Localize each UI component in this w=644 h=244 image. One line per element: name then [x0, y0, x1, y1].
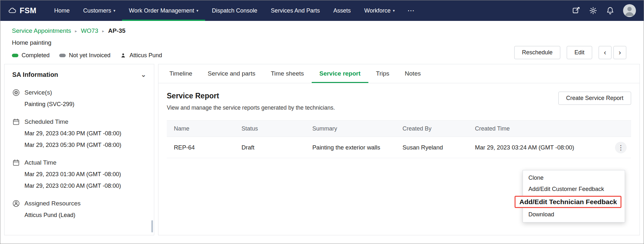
- column-header-name: Name: [167, 125, 242, 132]
- next-record-button[interactable]: ›: [613, 46, 626, 59]
- row-actions-kebab-icon[interactable]: ⋮: [615, 142, 627, 153]
- cell-status: Draft: [242, 144, 312, 151]
- previous-record-button[interactable]: ‹: [599, 46, 611, 59]
- nav-item-dispatch-console[interactable]: Dispatch Console: [205, 0, 264, 21]
- header-actions: Reschedule Edit ‹ ›: [514, 46, 626, 59]
- reschedule-button[interactable]: Reschedule: [514, 46, 560, 59]
- sa-group-assigned-resources: Assigned Resources Atticus Pund (Lead): [12, 200, 146, 219]
- fsm-brand[interactable]: FSM: [8, 0, 36, 21]
- tab-timeline[interactable]: Timeline: [162, 64, 200, 83]
- invoice-status: Not yet Invoiced: [59, 52, 110, 59]
- sa-label-scheduled-time: Scheduled Time: [24, 118, 68, 125]
- column-header-created-time: Created Time: [475, 125, 611, 132]
- sa-value-actual-start: Mar 29, 2023 01:30 AM (GMT -08:00): [24, 171, 146, 178]
- sa-value-scheduled-end: Mar 29, 2023 05:30 PM (GMT -08:00): [24, 141, 146, 149]
- breadcrumb-current-ap35: AP-35: [108, 27, 126, 34]
- table-row[interactable]: REP-64 Draft Painting the exterior walls…: [167, 137, 631, 158]
- sa-label-assigned-resources: Assigned Resources: [24, 200, 80, 207]
- cell-name: REP-64: [167, 144, 242, 151]
- assigned-owner: Atticus Pund: [120, 52, 162, 59]
- service-report-title: Service Report: [167, 92, 335, 100]
- tab-time-sheets[interactable]: Time sheets: [263, 64, 312, 83]
- nav-item-home[interactable]: Home: [47, 0, 76, 21]
- status-dot-not-invoiced: [59, 54, 66, 57]
- sa-label-services: Service(s): [24, 89, 52, 96]
- service-gear-icon: [12, 89, 20, 96]
- calendar-icon: [12, 118, 20, 126]
- sa-group-services: Service(s) Painting (SVC-299): [12, 89, 146, 108]
- nav-item-assets[interactable]: Assets: [327, 0, 357, 21]
- appointment-subject: Home painting: [12, 39, 635, 46]
- nav-item-services-and-parts[interactable]: Services And Parts: [264, 0, 327, 21]
- feedback-compose-icon[interactable]: [572, 6, 580, 15]
- settings-gear-icon[interactable]: [589, 6, 597, 15]
- notifications-bell-icon[interactable]: [606, 6, 614, 15]
- more-icon: ⋯: [407, 6, 414, 15]
- chevron-down-icon: ▾: [196, 8, 198, 13]
- nav-more-button[interactable]: ⋯: [402, 0, 420, 21]
- record-header: Service Appointments ▸ WO73 ▸ AP-35 Home…: [0, 21, 644, 64]
- menu-item-add-edit-technician-feedback[interactable]: Add/Edit Technician Feedback: [515, 196, 621, 208]
- primary-nav: Home Customers ▾ Work Order Management ▾…: [47, 0, 420, 21]
- breadcrumb: Service Appointments ▸ WO73 ▸ AP-35: [12, 27, 635, 34]
- nav-item-workforce[interactable]: Workforce ▾: [357, 0, 402, 21]
- appointment-status: Completed: [12, 52, 50, 59]
- breadcrumb-separator-icon: ▸: [102, 29, 104, 33]
- menu-item-clone[interactable]: Clone: [523, 172, 625, 184]
- owner-name: Atticus Pund: [129, 52, 162, 59]
- cell-summary: Painting the exterior walls: [312, 144, 402, 151]
- fsm-cloud-logo-icon: [8, 6, 16, 15]
- menu-item-download[interactable]: Download: [523, 209, 625, 220]
- menu-item-add-edit-customer-feedback[interactable]: Add/Edit Customer Feedback: [523, 184, 625, 195]
- cell-created-time: Mar 29, 2023 03:24 AM (GMT -08:00): [475, 144, 611, 151]
- tab-service-and-parts[interactable]: Service and parts: [200, 64, 263, 83]
- scrollbar-thumb[interactable]: [151, 220, 153, 232]
- top-navigation-bar: FSM Home Customers ▾ Work Order Manageme…: [0, 0, 644, 21]
- row-actions-context-menu: Clone Add/Edit Customer Feedback Add/Edi…: [523, 170, 625, 222]
- breadcrumb-service-appointments[interactable]: Service Appointments: [12, 27, 71, 34]
- tab-notes[interactable]: Notes: [397, 64, 429, 83]
- sa-information-panel: SA Information ⌄ Service(s) Painting (SV…: [4, 64, 154, 235]
- calendar-icon: [12, 159, 20, 167]
- tab-service-report[interactable]: Service report: [312, 64, 368, 83]
- sa-information-header: SA Information ⌄: [12, 71, 146, 78]
- person-circle-icon: [12, 200, 20, 207]
- service-report-description: View and manage the service reports gene…: [167, 104, 335, 111]
- app-window: FSM Home Customers ▾ Work Order Manageme…: [0, 0, 644, 244]
- service-report-table: Name Status Summary Created By Created T…: [167, 120, 631, 158]
- column-header-summary: Summary: [312, 125, 402, 132]
- brand-label: FSM: [20, 6, 36, 15]
- person-icon: [120, 52, 126, 59]
- nav-utility-icons: [572, 0, 636, 21]
- chevron-down-icon: ▾: [113, 8, 115, 13]
- sa-value-assigned-resource: Atticus Pund (Lead): [24, 212, 146, 219]
- cell-created-by: Susan Ryeland: [402, 144, 475, 151]
- sa-value-actual-end: Mar 29, 2023 02:00 AM (GMT -08:00): [24, 182, 146, 189]
- tab-trips[interactable]: Trips: [368, 64, 397, 83]
- detail-tabs: Timeline Service and parts Time sheets S…: [158, 64, 639, 83]
- nav-item-customers[interactable]: Customers ▾: [76, 0, 122, 21]
- create-service-report-button[interactable]: Create Service Report: [558, 92, 631, 105]
- breadcrumb-wo73[interactable]: WO73: [81, 27, 98, 34]
- sa-information-title: SA Information: [12, 71, 58, 78]
- edit-button[interactable]: Edit: [567, 46, 592, 59]
- user-avatar[interactable]: [623, 4, 636, 17]
- table-header-row: Name Status Summary Created By Created T…: [167, 120, 631, 137]
- column-header-created-by: Created By: [402, 125, 475, 132]
- sa-label-actual-time: Actual Time: [24, 159, 56, 166]
- sa-group-actual-time: Actual Time Mar 29, 2023 01:30 AM (GMT -…: [12, 159, 146, 189]
- status-dot-completed: [12, 54, 18, 57]
- invoice-status-label: Not yet Invoiced: [69, 52, 110, 59]
- breadcrumb-separator-icon: ▸: [75, 29, 77, 33]
- status-label: Completed: [22, 52, 50, 59]
- sa-value-scheduled-start: Mar 29, 2023 04:30 PM (GMT -08:00): [24, 130, 146, 137]
- collapse-chevron-icon[interactable]: ⌄: [141, 71, 146, 78]
- column-header-status: Status: [242, 125, 312, 132]
- sa-value-service: Painting (SVC-299): [24, 101, 146, 108]
- nav-item-work-order-management[interactable]: Work Order Management ▾: [122, 0, 205, 21]
- service-report-header: Service Report View and manage the servi…: [158, 83, 639, 111]
- chevron-down-icon: ▾: [393, 8, 395, 13]
- sa-group-scheduled-time: Scheduled Time Mar 29, 2023 04:30 PM (GM…: [12, 118, 146, 149]
- record-pager: ‹ ›: [599, 46, 626, 59]
